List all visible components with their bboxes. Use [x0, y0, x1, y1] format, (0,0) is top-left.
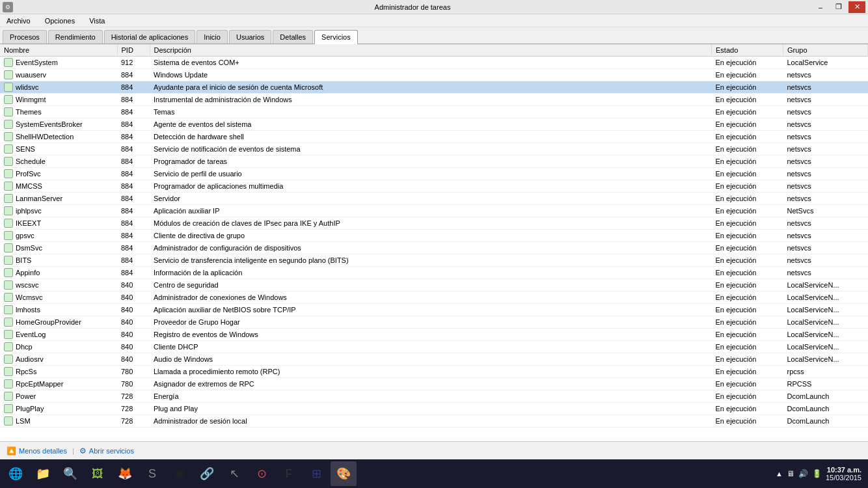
grid-icon[interactable]: ⊞: [303, 461, 329, 486]
table-row[interactable]: ProfSvc884Servicio de perfil de usuarioE…: [0, 168, 868, 180]
table-row[interactable]: Schedule884Programador de tareasEn ejecu…: [0, 156, 868, 168]
service-name-cell: IKEEXT: [0, 217, 117, 230]
services-table[interactable]: NombrePIDDescripciónEstadoGrupo EventSys…: [0, 44, 868, 441]
service-desc: Programador de tareas: [150, 156, 712, 168]
paint-icon[interactable]: 🎨: [331, 461, 357, 486]
service-icon: [4, 206, 13, 215]
open-services-button[interactable]: ⚙ Abrir servicios: [79, 446, 134, 455]
minimize-button[interactable]: –: [812, 1, 829, 13]
table-row[interactable]: iphlpsvc884Aplicación auxiliar IPEn ejec…: [0, 205, 868, 217]
service-pid: 884: [117, 180, 150, 193]
tab-usuarios[interactable]: Usuarios: [229, 30, 271, 44]
f-icon[interactable]: F: [276, 461, 302, 486]
service-grupo: LocalService: [783, 57, 868, 69]
terminal-icon[interactable]: ▣: [167, 461, 193, 486]
service-name-cell: Wcmsvc: [0, 291, 117, 304]
tab-servicios[interactable]: Servicios: [314, 30, 358, 44]
table-row[interactable]: EventSystem912Sistema de eventos COM+En …: [0, 57, 868, 69]
service-name-cell: wuauserv: [0, 69, 117, 81]
table-row[interactable]: IKEEXT884Módulos de creación de claves d…: [0, 217, 868, 230]
table-row[interactable]: Power728EnergíaEn ejecuciónDcomLaunch: [0, 390, 868, 403]
table-row[interactable]: ShellHWDetection884Detección de hardware…: [0, 131, 868, 143]
folder-icon[interactable]: 📁: [30, 461, 56, 486]
table-row[interactable]: SENS884Servicio de notificación de event…: [0, 143, 868, 156]
firefox-icon[interactable]: 🦊: [112, 461, 138, 486]
tab-rendimiento[interactable]: Rendimiento: [48, 30, 103, 44]
table-row[interactable]: wscsvc840Centro de seguridadEn ejecución…: [0, 279, 868, 291]
col-header-grupo[interactable]: Grupo: [783, 44, 868, 57]
table-row[interactable]: HomeGroupProvider840Proveedor de Grupo H…: [0, 316, 868, 329]
chrome-icon[interactable]: ⊙: [249, 461, 275, 486]
service-pid: 884: [117, 168, 150, 180]
search-icon[interactable]: 🔍: [57, 461, 83, 486]
service-desc: Llamada a procedimiento remoto (RPC): [150, 366, 712, 378]
table-row[interactable]: Dhcp840Cliente DHCPEn ejecuciónLocalServ…: [0, 341, 868, 353]
table-row[interactable]: Appinfo884Información de la aplicaciónEn…: [0, 267, 868, 279]
menu-item-vista[interactable]: Vista: [85, 16, 109, 26]
table-row[interactable]: wlidsvc884Ayudante para el inicio de ses…: [0, 81, 868, 94]
table-row[interactable]: Audiosrv840Audio de WindowsEn ejecuciónL…: [0, 353, 868, 366]
tab-inicio[interactable]: Inicio: [197, 30, 228, 44]
service-name-cell: RpcEptMapper: [0, 378, 117, 390]
table-row[interactable]: EventLog840Registro de eventos de Window…: [0, 329, 868, 341]
table-row[interactable]: Themes884TemasEn ejecuciónnetsvcs: [0, 106, 868, 118]
service-grupo: netsvcs: [783, 230, 868, 242]
service-desc: Centro de seguridad: [150, 279, 712, 291]
service-grupo: rpcss: [783, 366, 868, 378]
tab-historial-de-aplicaciones[interactable]: Historial de aplicaciones: [104, 30, 196, 44]
service-name: MMCSS: [16, 182, 42, 190]
col-header-pid[interactable]: PID: [117, 44, 150, 57]
service-name-cell: wscsvc: [0, 279, 117, 291]
service-estado: En ejecución: [712, 69, 783, 81]
service-desc: Sistema de eventos COM+: [150, 57, 712, 69]
table-row[interactable]: Winmgmt884Instrumental de administración…: [0, 94, 868, 106]
s-icon[interactable]: S: [139, 461, 165, 486]
tray-up-arrow[interactable]: ▲: [776, 470, 783, 478]
service-grupo: LocalServiceN...: [783, 279, 868, 291]
service-name: EventLog: [16, 331, 46, 338]
less-details-button[interactable]: 🔼 Menos detalles: [7, 446, 67, 455]
service-desc: Aplicación auxiliar IP: [150, 205, 712, 217]
col-header-estado[interactable]: Estado: [712, 44, 783, 57]
table-row[interactable]: lmhosts840Aplicación auxiliar de NetBIOS…: [0, 304, 868, 316]
tab-procesos[interactable]: Procesos: [3, 30, 47, 44]
service-name: SENS: [16, 145, 35, 153]
table-row[interactable]: Wcmsvc840Administrador de conexiones de …: [0, 291, 868, 304]
ie-icon[interactable]: 🌐: [3, 461, 29, 486]
tab-detalles[interactable]: Detalles: [273, 30, 313, 44]
service-pid: 884: [117, 143, 150, 156]
table-row[interactable]: MMCSS884Programador de aplicaciones mult…: [0, 180, 868, 193]
menu-item-archivo[interactable]: Archivo: [3, 16, 34, 26]
col-header-descripción[interactable]: Descripción: [150, 44, 712, 57]
table-row[interactable]: BITS884Servicio de transferencia intelig…: [0, 254, 868, 267]
cursor-icon[interactable]: ↖: [221, 461, 247, 486]
table-row[interactable]: LanmanServer884ServidorEn ejecuciónnetsv…: [0, 193, 868, 205]
table-row[interactable]: SystemEventsBroker884Agente de eventos d…: [0, 118, 868, 131]
taskbar-clock[interactable]: 10:37 a.m. 15/03/2015: [826, 466, 861, 481]
service-grupo: netsvcs: [783, 168, 868, 180]
table-row[interactable]: PlugPlay728Plug and PlayEn ejecuciónDcom…: [0, 403, 868, 415]
service-estado: En ejecución: [712, 230, 783, 242]
table-row[interactable]: gpsvc884Cliente de directiva de grupoEn …: [0, 230, 868, 242]
network-icon[interactable]: 🔗: [194, 461, 220, 486]
restore-button[interactable]: ❐: [830, 1, 847, 13]
table-row[interactable]: RpcEptMapper780Asignador de extremos de …: [0, 378, 868, 390]
service-estado: En ejecución: [712, 366, 783, 378]
table-row[interactable]: wuauserv884Windows UpdateEn ejecuciónnet…: [0, 69, 868, 81]
col-header-nombre[interactable]: Nombre: [0, 44, 117, 57]
service-name: iphlpsvc: [16, 207, 42, 215]
service-desc: Proveedor de Grupo Hogar: [150, 316, 712, 329]
service-grupo: netsvcs: [783, 156, 868, 168]
service-desc: Aplicación auxiliar de NetBIOS sobre TCP…: [150, 304, 712, 316]
table-row[interactable]: LSM728Administrador de sesión localEn ej…: [0, 415, 868, 427]
menu-item-opciones[interactable]: Opciones: [41, 16, 79, 26]
service-grupo: netsvcs: [783, 81, 868, 94]
table-row[interactable]: DsmSvc884Administrador de configuración …: [0, 242, 868, 254]
service-desc: Programador de aplicaciones multimedia: [150, 180, 712, 193]
photo-icon[interactable]: 🖼: [85, 461, 111, 486]
service-name: BITS: [16, 256, 31, 264]
close-button[interactable]: ✕: [848, 1, 865, 13]
service-name: EventSystem: [16, 59, 58, 66]
table-row[interactable]: RpcSs780Llamada a procedimiento remoto (…: [0, 366, 868, 378]
service-estado: En ejecución: [712, 353, 783, 366]
